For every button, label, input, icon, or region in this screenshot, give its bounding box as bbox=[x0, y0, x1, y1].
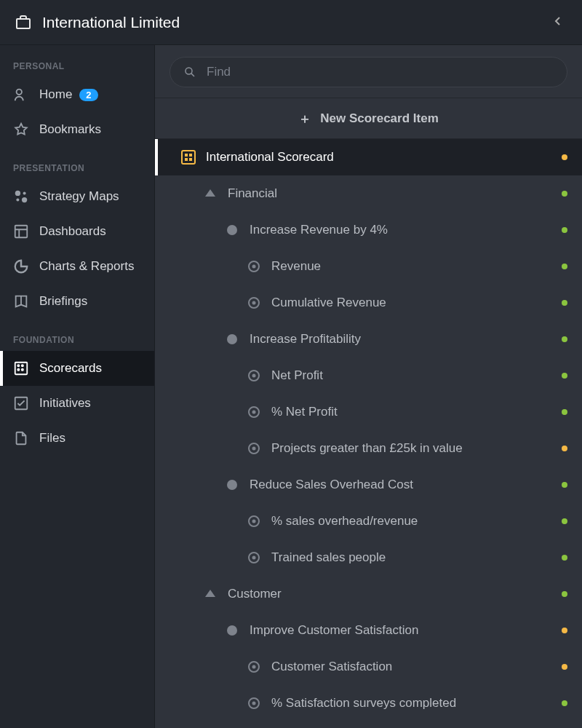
sidebar-item-home[interactable]: Home2 bbox=[0, 77, 154, 112]
tree-row-label: Reduce Sales Overhead Cost bbox=[250, 478, 562, 492]
search-wrap bbox=[155, 45, 582, 98]
tree-row-measure[interactable]: % sales overhead/revenue bbox=[155, 503, 582, 539]
sidebar-item-charts-reports[interactable]: Charts & Reports bbox=[0, 249, 154, 284]
tree-row-label: Financial bbox=[228, 186, 562, 201]
measure-icon bbox=[247, 660, 261, 674]
measure-icon bbox=[247, 696, 261, 711]
tree-row-perspective[interactable]: Financial bbox=[155, 175, 582, 212]
svg-rect-0 bbox=[17, 19, 30, 28]
status-indicator bbox=[562, 264, 567, 269]
svg-point-3 bbox=[23, 191, 26, 194]
status-indicator bbox=[562, 518, 567, 524]
sidebar-item-initiatives[interactable]: Initiatives bbox=[0, 386, 154, 421]
strategy-maps-icon bbox=[13, 189, 29, 205]
tree-row-scorecard[interactable]: International Scorecard bbox=[155, 139, 582, 175]
tree-row-objective[interactable]: Improve Customer Satisfaction bbox=[155, 612, 582, 649]
charts-reports-icon bbox=[13, 258, 29, 274]
perspective-icon bbox=[203, 587, 218, 601]
measure-icon bbox=[247, 550, 261, 565]
tree-row-measure[interactable]: % Satisfaction surveys completed bbox=[155, 685, 582, 721]
sidebar-item-dashboards[interactable]: Dashboards bbox=[0, 214, 154, 249]
svg-point-2 bbox=[15, 191, 20, 196]
topbar: International Limited bbox=[0, 0, 582, 45]
measure-icon bbox=[247, 405, 261, 419]
tree-row-objective[interactable]: Reduce Sales Overhead Cost bbox=[155, 467, 582, 503]
sidebar-item-label: Strategy Maps bbox=[39, 189, 119, 204]
status-indicator bbox=[562, 227, 567, 233]
sidebar-item-label: Dashboards bbox=[39, 224, 106, 239]
svg-point-1 bbox=[17, 90, 22, 95]
status-indicator bbox=[562, 373, 567, 379]
initiatives-icon bbox=[13, 395, 29, 411]
sidebar-item-label: Bookmarks bbox=[39, 122, 101, 137]
sidebar-item-label: Charts & Reports bbox=[39, 259, 134, 274]
status-indicator bbox=[562, 154, 567, 160]
notification-badge: 2 bbox=[79, 89, 97, 101]
status-indicator bbox=[562, 409, 567, 415]
svg-point-8 bbox=[17, 365, 19, 366]
scorecard-icon bbox=[181, 150, 196, 165]
objective-icon bbox=[225, 623, 239, 638]
tree-row-measure[interactable]: % Net Profit bbox=[155, 394, 582, 430]
tree-row-perspective[interactable]: Customer bbox=[155, 576, 582, 612]
objective-icon bbox=[225, 478, 239, 492]
sidebar-item-label: Briefings bbox=[39, 294, 87, 309]
collapse-button[interactable] bbox=[549, 13, 567, 32]
tree-row-label: Increase Revenue by 4% bbox=[250, 223, 562, 237]
sidebar-item-scorecards[interactable]: Scorecards bbox=[0, 351, 154, 386]
files-icon bbox=[13, 430, 29, 446]
search-box[interactable] bbox=[170, 57, 567, 87]
measure-icon bbox=[247, 259, 261, 274]
tree-row-objective[interactable]: Increase Revenue by 4% bbox=[155, 212, 582, 248]
measure-icon bbox=[247, 441, 261, 456]
tree-row-label: Increase Profitability bbox=[250, 332, 562, 347]
sidebar-section-label: PERSONAL bbox=[0, 61, 154, 71]
sidebar-item-files[interactable]: Files bbox=[0, 421, 154, 456]
tree-row-measure[interactable]: Net Profit bbox=[155, 357, 582, 394]
search-input[interactable] bbox=[207, 65, 554, 79]
status-indicator bbox=[562, 446, 567, 451]
svg-point-5 bbox=[22, 197, 27, 202]
new-scorecard-item-button[interactable]: ＋ New Scorecard Item bbox=[155, 98, 582, 139]
tree-row-label: % sales overhead/revenue bbox=[271, 514, 562, 529]
bookmarks-icon bbox=[13, 122, 29, 138]
dashboards-icon bbox=[13, 223, 29, 240]
svg-point-13 bbox=[186, 68, 192, 74]
main-panel: ＋ New Scorecard Item International Score… bbox=[155, 45, 582, 728]
tree-row-label: Cumulative Revenue bbox=[271, 296, 562, 310]
sidebar-item-label: Scorecards bbox=[39, 361, 102, 376]
sidebar-item-label: Files bbox=[39, 431, 65, 446]
tree-row-label: Revenue bbox=[271, 259, 562, 274]
tree-row-measure[interactable]: Cumulative Revenue bbox=[155, 285, 582, 321]
tree-row-measure[interactable]: Projects greater than £25k in value bbox=[155, 430, 582, 467]
scorecard-tree: International ScorecardFinancialIncrease… bbox=[155, 139, 582, 728]
sidebar: PERSONALHome2BookmarksPRESENTATIONStrate… bbox=[0, 45, 155, 728]
svg-rect-6 bbox=[15, 226, 28, 238]
status-indicator bbox=[562, 482, 567, 488]
sidebar-item-label: Initiatives bbox=[39, 396, 91, 411]
tree-row-measure[interactable]: Trained sales people bbox=[155, 539, 582, 576]
tree-row-label: Trained sales people bbox=[271, 550, 562, 565]
sidebar-section-label: FOUNDATION bbox=[0, 335, 154, 345]
plus-icon: ＋ bbox=[298, 110, 311, 127]
tree-row-label: % Net Profit bbox=[271, 405, 562, 419]
sidebar-item-briefings[interactable]: Briefings bbox=[0, 284, 154, 319]
svg-rect-7 bbox=[15, 363, 28, 375]
tree-row-label: Improve Customer Satisfaction bbox=[250, 623, 562, 638]
status-indicator bbox=[562, 628, 567, 633]
briefings-icon bbox=[13, 293, 29, 309]
tree-row-label: Customer bbox=[228, 587, 562, 601]
status-indicator bbox=[562, 336, 567, 342]
status-indicator bbox=[562, 700, 567, 706]
tree-row-label: % Satisfaction surveys completed bbox=[271, 696, 562, 711]
sidebar-item-bookmarks[interactable]: Bookmarks bbox=[0, 112, 154, 147]
tree-row-measure[interactable]: Customer Satisfaction bbox=[155, 649, 582, 685]
tree-row-objective[interactable]: Increase Profitability bbox=[155, 321, 582, 357]
status-indicator bbox=[562, 555, 567, 561]
measure-icon bbox=[247, 296, 261, 310]
tree-row-label: Projects greater than £25k in value bbox=[271, 441, 562, 456]
status-indicator bbox=[562, 591, 567, 597]
tree-row-measure[interactable]: Revenue bbox=[155, 248, 582, 285]
svg-point-9 bbox=[22, 365, 23, 366]
sidebar-item-strategy-maps[interactable]: Strategy Maps bbox=[0, 179, 154, 214]
